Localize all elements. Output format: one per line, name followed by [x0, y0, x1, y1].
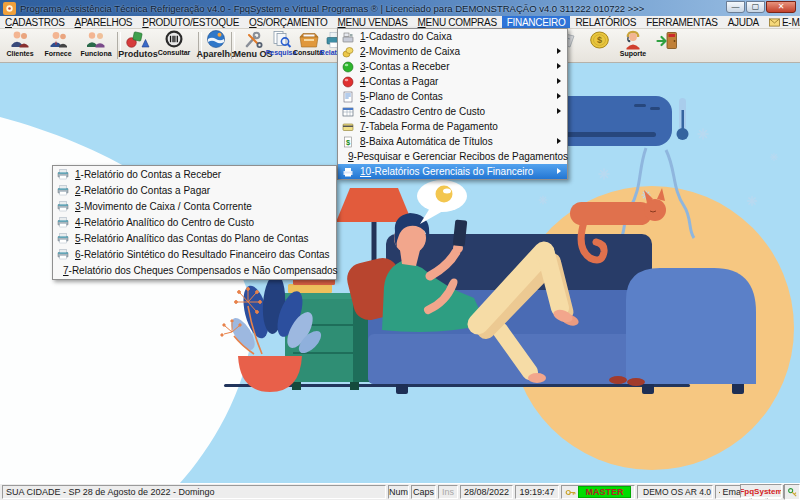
menu-cadastros[interactable]: CADASTROS	[0, 16, 70, 28]
maximize-button[interactable]: ▢	[746, 1, 765, 13]
payment-card-icon	[342, 121, 354, 133]
menuitem-contas-pagar[interactable]: 4-Contas a Pagar	[338, 74, 567, 89]
clientes-button[interactable]: Clientes	[6, 30, 34, 61]
products-icon	[125, 30, 151, 49]
menu-compras[interactable]: MENU COMPRAS	[413, 16, 502, 28]
cash-register-icon	[342, 31, 354, 43]
status-brand[interactable]: FpqSystem	[740, 484, 782, 498]
menuitem-contas-receber[interactable]: 3-Contas a Receber	[338, 59, 567, 74]
submenuitem-analitico-plano-contas[interactable]: 5-Relatório Analítico das Contas do Plan…	[53, 230, 336, 246]
submenuitem-movimento-caixa-conta[interactable]: 3-Movimento de Caixa / Conta Corrente	[53, 198, 336, 214]
printer-small-icon	[57, 248, 69, 260]
produtos-button[interactable]: Produtos	[124, 30, 152, 61]
menu-aparelhos[interactable]: APARELHOS	[70, 16, 138, 28]
menu-financeiro[interactable]: FINANCEIRO	[502, 16, 571, 28]
minimize-button[interactable]: —	[726, 1, 745, 13]
status-date: 28/08/2022	[460, 485, 513, 499]
menuitem-relatorios-gerenciais[interactable]: 10-Relatórios Gerenciais do Financeiro	[338, 164, 567, 179]
printer-small-icon	[57, 232, 69, 244]
support-icon	[623, 30, 643, 50]
slipper	[627, 378, 645, 386]
financeiro-dropdown-menu: 1-Cadastro do Caixa 2-Movimento de Caixa…	[337, 28, 568, 180]
funcionarios-button[interactable]: Funciona	[82, 30, 110, 61]
status-product: DEMO OS AR 4.0	[643, 487, 711, 497]
submenu-arrow-icon	[557, 78, 561, 84]
submenu-arrow-icon	[557, 138, 561, 144]
status-keys-button[interactable]	[784, 484, 800, 500]
menuitem-recibos-pagamentos[interactable]: 9-Pesquisar e Gerenciar Recibos de Pagam…	[338, 149, 567, 164]
exit-button[interactable]	[652, 30, 682, 61]
search-docs-icon	[271, 30, 292, 49]
coins-icon	[342, 46, 354, 58]
menu-ajuda[interactable]: AJUDA	[723, 16, 764, 28]
envelope-icon	[769, 18, 780, 27]
close-button[interactable]: ✕	[766, 1, 796, 13]
menu-email[interactable]: E-MAIL	[764, 16, 800, 28]
printer-small-icon	[57, 184, 69, 196]
menu-produto-estoque[interactable]: PRODUTO/ESTOQUE	[137, 16, 244, 28]
fornecedores-button[interactable]: Fornece	[44, 30, 72, 61]
envelope-icon	[719, 488, 720, 497]
window-title: Programa Assistência Técnica Refrigeraçã…	[20, 3, 644, 14]
menuitem-cadastro-caixa[interactable]: 1-Cadastro do Caixa	[338, 29, 567, 44]
submenu-arrow-icon	[557, 108, 561, 114]
exit-door-icon	[656, 30, 678, 50]
status-insert: Ins	[438, 485, 458, 499]
consulta-button[interactable]: Consulta	[294, 30, 322, 61]
svg-text:$: $	[596, 35, 601, 45]
status-capslock: Caps	[411, 485, 436, 499]
menuitem-forma-pagamento[interactable]: 7-Tabela Forma de Pagamento	[338, 119, 567, 134]
submenu-arrow-icon	[557, 63, 561, 69]
aparelho-button[interactable]: Aparelho	[202, 30, 230, 61]
menuitem-plano-contas[interactable]: 5-Plano de Contas	[338, 89, 567, 104]
submenuitem-cheques-compensados[interactable]: 7-Relatório dos Cheques Compensados e Nã…	[53, 262, 336, 278]
submenu-arrow-icon	[557, 48, 561, 54]
submenuitem-analitico-centro-custo[interactable]: 4-Relatório Analítico do Centro de Custo	[53, 214, 336, 230]
menu-os-button[interactable]: Menu OS	[239, 30, 267, 61]
printer-small-icon	[57, 200, 69, 212]
chart-page-icon	[342, 91, 354, 103]
key-icon	[565, 487, 576, 498]
green-ball-icon	[342, 61, 354, 73]
status-time: 19:19:47	[515, 485, 559, 499]
submenuitem-rel-contas-pagar[interactable]: 2-Relatório do Contas a Pagar	[53, 182, 336, 198]
submenu-arrow-icon	[557, 168, 561, 174]
consultar-button[interactable]: Consultar	[160, 30, 188, 61]
tools-icon	[242, 30, 264, 49]
employees-icon	[84, 30, 108, 50]
report-icon	[342, 166, 354, 178]
window-titlebar: Programa Assistência Técnica Refrigeraçã…	[0, 0, 800, 16]
suporte-button[interactable]: Suporte	[617, 30, 649, 61]
menu-vendas[interactable]: MENU VENDAS	[333, 16, 413, 28]
status-user-panel: MASTER	[561, 485, 635, 499]
status-bar: SUA CIDADE - SP 28 de Agosto de 2022 - D…	[0, 483, 800, 500]
submenuitem-rel-contas-receber[interactable]: 1-Relatório do Contas a Receber	[53, 166, 336, 182]
slipper	[609, 376, 627, 384]
keys-icon	[787, 487, 798, 498]
red-ball-icon	[342, 76, 354, 88]
status-numlock: Num	[388, 485, 409, 499]
status-product-panel: DEMO OS AR 4.0	[637, 485, 713, 499]
reports-submenu: 1-Relatório do Contas a Receber 2-Relató…	[52, 165, 337, 280]
status-user: MASTER	[578, 486, 631, 498]
submenuitem-sintetico-resultado[interactable]: 6-Relatório Sintético do Resultado Finan…	[53, 246, 336, 262]
barcode-icon	[164, 30, 184, 49]
status-location: SUA CIDADE - SP 28 de Agosto de 2022 - D…	[2, 485, 386, 499]
printer-small-icon	[57, 216, 69, 228]
table-icon	[342, 106, 354, 118]
menuitem-centro-custo[interactable]: 6-Cadastro Centro de Custo	[338, 104, 567, 119]
menu-relatorios[interactable]: RELATÓRIOS	[570, 16, 641, 28]
menu-ferramentas[interactable]: FERRAMENTAS	[641, 16, 723, 28]
dollar-doc-icon: $	[342, 136, 354, 148]
suppliers-icon	[46, 30, 70, 50]
menuitem-baixa-automatica[interactable]: $ 8-Baixa Automática de Títulos	[338, 134, 567, 149]
menuitem-movimento-caixa[interactable]: 2-Movimento de Caixa	[338, 44, 567, 59]
financeiro-coin-button[interactable]: $	[585, 30, 613, 61]
menu-os-orcamento[interactable]: OS/ORÇAMENTO	[244, 16, 332, 28]
coin-icon: $	[589, 30, 610, 50]
printer-small-icon	[57, 168, 69, 180]
appliance-icon	[206, 30, 226, 49]
pesquisa-button[interactable]: Pesquisa	[267, 30, 295, 61]
app-logo-icon	[3, 2, 16, 15]
submenu-arrow-icon	[557, 93, 561, 99]
